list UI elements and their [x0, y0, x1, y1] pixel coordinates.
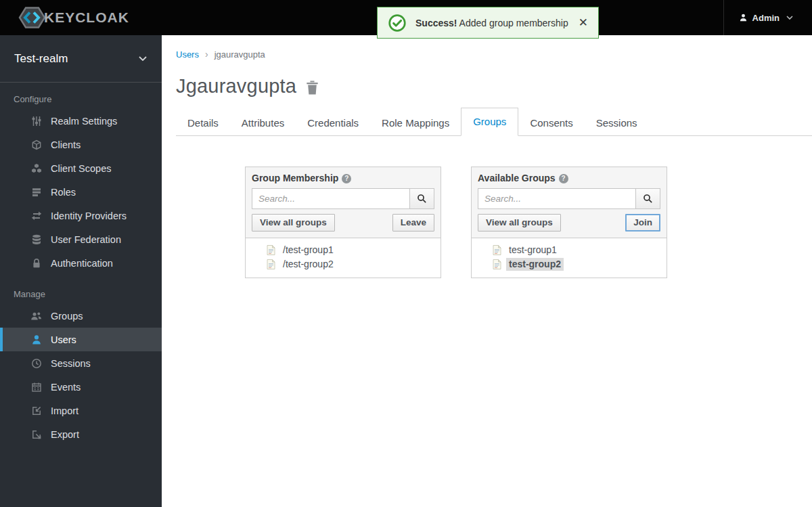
realm-name: Test-realm [14, 52, 68, 66]
user-icon [30, 334, 42, 345]
admin-label: Admin [752, 13, 780, 23]
sidebar-item-identity-providers[interactable]: Identity Providers [0, 204, 162, 227]
list-icon [30, 186, 42, 198]
cubes-icon [30, 162, 42, 174]
notification-message: Added group membership [459, 18, 568, 28]
tab-attributes[interactable]: Attributes [230, 111, 296, 135]
sidebar-item-groups[interactable]: Groups [0, 304, 162, 328]
breadcrumb-current: jgauravgupta [215, 49, 265, 60]
sidebar-item-authentication[interactable]: Authentication [0, 251, 162, 275]
search-icon [643, 194, 653, 204]
admin-user-menu[interactable]: Admin [723, 0, 812, 35]
tab-groups[interactable]: Groups [461, 108, 518, 136]
group-name: test-group2 [506, 258, 564, 271]
export-icon [30, 428, 42, 440]
help-icon[interactable]: ? [559, 174, 568, 183]
sliders-icon [30, 115, 42, 127]
list-item[interactable]: /test-group2 [246, 257, 441, 271]
sidebar-item-label: Groups [51, 311, 83, 322]
document-icon [493, 245, 501, 255]
list-item[interactable]: /test-group1 [246, 243, 441, 257]
calendar-icon [30, 381, 42, 393]
sidebar-item-label: Sessions [51, 358, 91, 369]
group-name: test-group1 [506, 244, 560, 257]
breadcrumb: Users › jgauravgupta [162, 35, 812, 60]
tab-consents[interactable]: Consents [518, 111, 584, 135]
notification-text: Success! Added group membership [415, 18, 568, 28]
group-membership-title: Group Membership [252, 173, 338, 183]
clock-icon [30, 357, 42, 369]
sidebar-item-user-federation[interactable]: User Federation [0, 227, 162, 251]
sidebar: Test-realm Configure Realm Settings Clie… [0, 35, 162, 507]
sidebar-item-export[interactable]: Export [0, 422, 162, 446]
trash-icon[interactable] [306, 81, 319, 95]
import-icon [30, 405, 42, 416]
sidebar-item-label: Authentication [51, 258, 113, 269]
document-icon [267, 245, 275, 255]
sidebar-item-sessions[interactable]: Sessions [0, 351, 162, 375]
close-icon[interactable]: ✕ [579, 17, 588, 28]
membership-search-button[interactable] [409, 188, 434, 209]
available-search-input[interactable] [478, 188, 636, 209]
realm-selector[interactable]: Test-realm [0, 35, 162, 83]
membership-group-list: /test-group1 /test-group2 [246, 238, 441, 278]
group-membership-panel: Group Membership ? View all groups [245, 167, 441, 278]
tab-bar: Details Attributes Credentials Role Mapp… [176, 108, 812, 136]
sidebar-item-label: Roles [51, 187, 76, 198]
sidebar-item-label: Users [51, 334, 76, 345]
sidebar-item-label: Clients [51, 139, 81, 150]
tab-role-mappings[interactable]: Role Mappings [370, 111, 461, 135]
membership-search-input[interactable] [252, 188, 410, 209]
group-name: /test-group2 [280, 258, 336, 271]
breadcrumb-users-link[interactable]: Users [176, 49, 199, 60]
sidebar-item-label: Realm Settings [51, 116, 117, 127]
sidebar-item-realm-settings[interactable]: Realm Settings [0, 109, 162, 133]
list-item[interactable]: test-group1 [472, 243, 667, 257]
join-button[interactable]: Join [625, 214, 660, 232]
group-icon [30, 310, 42, 322]
tab-details[interactable]: Details [176, 111, 230, 135]
sidebar-item-label: User Federation [51, 234, 121, 245]
sidebar-item-label: Import [51, 405, 78, 416]
chevron-down-icon [786, 16, 793, 20]
available-search-button[interactable] [635, 188, 660, 209]
page-title: Jgauravgupta [176, 75, 296, 97]
keycloak-logo[interactable]: KEYCLOAK [0, 5, 129, 30]
lock-icon [30, 257, 42, 269]
available-groups-title: Available Groups [478, 173, 556, 183]
success-check-icon [388, 14, 407, 32]
available-group-list: test-group1 test-group2 [472, 238, 667, 278]
breadcrumb-separator: › [205, 49, 208, 60]
list-item-selected[interactable]: test-group2 [472, 257, 667, 271]
leave-button[interactable]: Leave [392, 214, 434, 232]
sidebar-item-label: Identity Providers [51, 211, 127, 221]
configure-section-label: Configure [14, 94, 162, 104]
search-icon [417, 194, 427, 204]
help-icon[interactable]: ? [342, 174, 351, 183]
sidebar-item-import[interactable]: Import [0, 399, 162, 422]
membership-view-all-button[interactable]: View all groups [252, 214, 335, 232]
available-view-all-button[interactable]: View all groups [478, 214, 561, 232]
brand-text: KEYCLOAK [44, 9, 129, 26]
sidebar-item-client-scopes[interactable]: Client Scopes [0, 156, 162, 180]
sidebar-item-users[interactable]: Users [0, 328, 162, 351]
sidebar-item-clients[interactable]: Clients [0, 133, 162, 156]
database-icon [30, 234, 42, 245]
sidebar-item-label: Events [51, 382, 81, 393]
available-groups-panel: Available Groups ? View all groups [471, 167, 667, 278]
main-content: Users › jgauravgupta Jgauravgupta Detail… [162, 35, 812, 507]
exchange-arrows-icon [30, 210, 42, 221]
cube-icon [30, 139, 42, 150]
keycloak-hexagon-icon [18, 5, 46, 30]
sidebar-item-label: Client Scopes [51, 163, 111, 174]
tab-sessions[interactable]: Sessions [585, 111, 649, 135]
user-icon [739, 13, 748, 22]
success-notification: Success! Added group membership ✕ [377, 7, 599, 39]
document-icon [493, 259, 501, 269]
chevron-down-icon [139, 56, 147, 61]
sidebar-item-events[interactable]: Events [0, 375, 162, 399]
sidebar-item-roles[interactable]: Roles [0, 180, 162, 204]
group-name: /test-group1 [280, 244, 336, 257]
notification-title: Success! [415, 18, 457, 28]
tab-credentials[interactable]: Credentials [296, 111, 370, 135]
